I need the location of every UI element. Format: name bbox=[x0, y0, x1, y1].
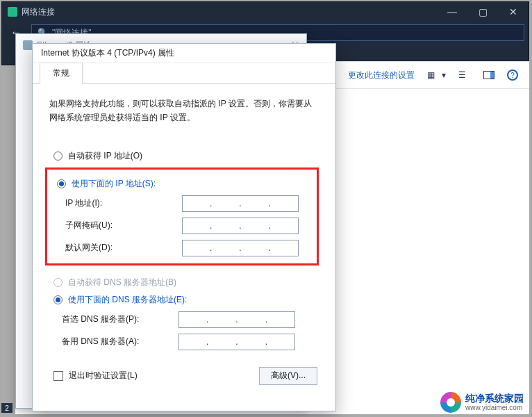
description-text: 如果网络支持此功能，则可以获取自动指派的 IP 设置。否则，你需要从网络系统管理… bbox=[49, 97, 319, 125]
default-gateway-label: 默认网关(D): bbox=[65, 242, 182, 254]
tab-general[interactable]: 常规 bbox=[40, 63, 83, 84]
ipv4-title: Internet 协议版本 4 (TCP/IPv4) 属性 bbox=[33, 44, 335, 63]
radio-manual-ip[interactable] bbox=[57, 179, 66, 188]
adapter-icon bbox=[23, 40, 33, 50]
highlight-box: 使用下面的 IP 地址(S): IP 地址(I): ... 子网掩码(U): .… bbox=[45, 167, 319, 265]
view-grid-button[interactable]: ▾ bbox=[427, 70, 446, 80]
manual-dns-radio-row[interactable]: 使用下面的 DNS 服务器地址(E): bbox=[53, 294, 319, 306]
subnet-mask-input[interactable]: ... bbox=[182, 218, 299, 234]
watermark-name: 纯净系统家园 bbox=[465, 393, 524, 404]
close-button[interactable]: ✕ bbox=[498, 2, 529, 22]
preferred-dns-input[interactable]: ... bbox=[178, 311, 295, 328]
ipv4-properties-dialog: Internet 协议版本 4 (TCP/IPv4) 属性 常规 如果网络支持此… bbox=[32, 43, 336, 411]
auto-dns-radio-row: 自动获得 DNS 服务器地址(B) bbox=[53, 277, 319, 288]
radio-auto-ip[interactable] bbox=[53, 152, 63, 161]
manual-ip-label: 使用下面的 IP 地址(S): bbox=[72, 178, 156, 190]
subnet-mask-label: 子网掩码(U): bbox=[65, 220, 182, 231]
help-icon[interactable]: ? bbox=[507, 70, 518, 81]
watermark: 纯净系统家园 www.yidaimei.com bbox=[440, 392, 524, 413]
grid-icon bbox=[427, 70, 440, 80]
auto-dns-label: 自动获得 DNS 服务器地址(B) bbox=[68, 277, 176, 288]
manual-ip-radio-row[interactable]: 使用下面的 IP 地址(S): bbox=[57, 178, 311, 190]
bottom-tag: 2 bbox=[1, 403, 13, 413]
default-gateway-input[interactable]: ... bbox=[182, 240, 299, 256]
watermark-url: www.yidaimei.com bbox=[465, 404, 524, 411]
validate-on-exit-checkbox[interactable]: 退出时验证设置(L) bbox=[53, 370, 138, 382]
auto-ip-label: 自动获得 IP 地址(O) bbox=[68, 150, 142, 162]
auto-ip-radio-row[interactable]: 自动获得 IP 地址(O) bbox=[53, 150, 319, 162]
minimize-button[interactable]: — bbox=[437, 2, 467, 22]
alternate-dns-label: 备用 DNS 服务器(A): bbox=[62, 336, 178, 348]
advanced-button[interactable]: 高级(V)... bbox=[259, 367, 317, 385]
radio-manual-dns[interactable] bbox=[53, 295, 63, 304]
radio-auto-dns bbox=[53, 278, 63, 287]
shell-title: 网络连接 bbox=[22, 6, 55, 18]
list-view-icon[interactable] bbox=[458, 70, 471, 80]
alternate-dns-input[interactable]: ... bbox=[178, 334, 295, 350]
preferred-dns-label: 首选 DNS 服务器(P): bbox=[62, 313, 178, 325]
ip-address-input[interactable]: ... bbox=[182, 195, 299, 212]
manual-dns-label: 使用下面的 DNS 服务器地址(E): bbox=[68, 294, 187, 306]
ip-address-label: IP 地址(I): bbox=[65, 197, 182, 209]
checkbox-icon bbox=[53, 371, 63, 381]
maximize-button[interactable]: ▢ bbox=[467, 2, 498, 22]
preview-pane-icon[interactable] bbox=[483, 71, 494, 79]
watermark-logo-icon bbox=[440, 392, 461, 413]
app-icon bbox=[8, 7, 17, 17]
change-connection-settings[interactable]: 更改此连接的设置 bbox=[348, 70, 415, 81]
tabstrip: 常规 bbox=[33, 63, 335, 84]
validate-on-exit-label: 退出时验证设置(L) bbox=[69, 370, 138, 382]
